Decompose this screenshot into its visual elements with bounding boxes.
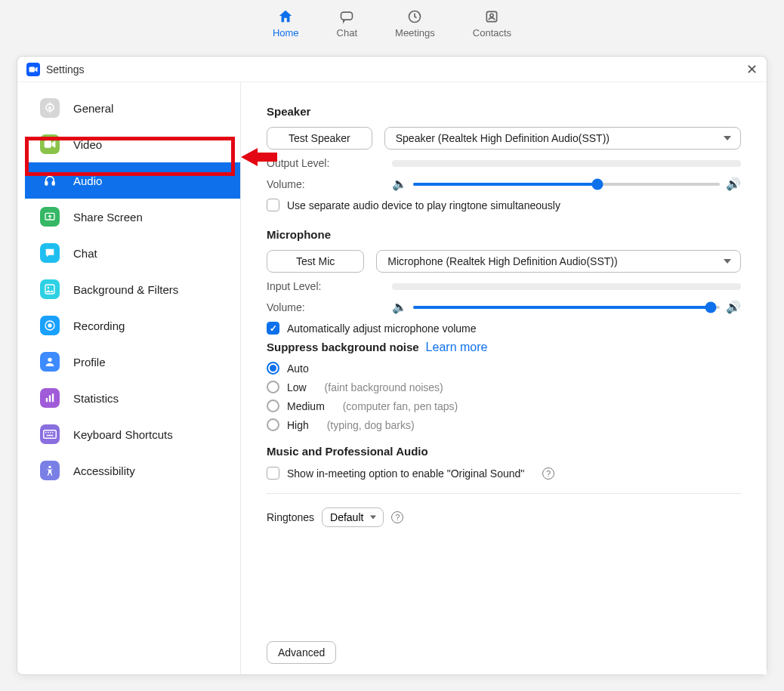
sidebar-item-label: Audio <box>73 174 102 187</box>
svg-rect-6 <box>45 140 51 147</box>
test-mic-button[interactable]: Test Mic <box>267 250 364 273</box>
gear-icon <box>40 98 60 118</box>
help-icon[interactable]: ? <box>542 467 554 480</box>
svg-rect-4 <box>29 66 35 72</box>
nav-meetings[interactable]: Meetings <box>395 8 435 39</box>
svg-rect-19 <box>45 432 47 433</box>
svg-point-3 <box>490 14 493 17</box>
chat-icon <box>338 8 356 26</box>
svg-rect-20 <box>48 432 49 433</box>
sidebar-item-video[interactable]: Video <box>25 126 240 162</box>
sidebar-item-profile[interactable]: Profile <box>25 344 240 380</box>
original-sound-label: Show in-meeting option to enable "Origin… <box>287 467 524 480</box>
radio-label: Auto <box>287 362 309 375</box>
microphone-heading: Microphone <box>267 228 741 241</box>
svg-point-24 <box>48 466 51 468</box>
ringtones-select[interactable]: Default <box>322 507 384 527</box>
svg-rect-16 <box>49 396 51 403</box>
nav-home-label: Home <box>273 27 299 39</box>
input-level-label: Input Level: <box>267 280 380 292</box>
volume-low-icon: 🔈 <box>392 177 407 191</box>
bg-icon <box>40 279 60 299</box>
profile-icon <box>40 352 60 372</box>
sidebar-item-statistics[interactable]: Statistics <box>25 380 240 416</box>
svg-rect-21 <box>50 432 51 433</box>
advanced-button[interactable]: Advanced <box>267 641 336 664</box>
settings-window: Settings ✕ GeneralVideoAudioShare Screen… <box>17 56 767 675</box>
sidebar-item-keyboard-shortcuts[interactable]: Keyboard Shortcuts <box>25 416 240 452</box>
contacts-icon <box>483 8 501 26</box>
kbd-icon <box>40 424 60 444</box>
speaker-volume-slider[interactable] <box>413 183 720 186</box>
sidebar-item-label: Share Screen <box>73 211 143 224</box>
sidebar-item-accessibility[interactable]: Accessibility <box>25 452 240 489</box>
chat-icon <box>40 243 60 263</box>
auto-adjust-checkbox[interactable] <box>267 322 279 335</box>
separate-ringtone-checkbox[interactable] <box>267 199 279 211</box>
rec-icon <box>40 316 60 335</box>
a11y-icon <box>40 461 60 480</box>
suppress-high-radio[interactable] <box>267 418 279 431</box>
sidebar-item-label: Keyboard Shortcuts <box>73 428 173 441</box>
suppress-low-radio[interactable] <box>267 381 279 393</box>
svg-point-11 <box>48 287 50 289</box>
radio-hint: (computer fan, pen taps) <box>343 400 458 412</box>
nav-chat-label: Chat <box>337 27 357 39</box>
speaker-device-select[interactable]: Speaker (Realtek High Definition Audio(S… <box>384 127 741 150</box>
music-heading: Music and Professional Audio <box>267 445 741 458</box>
zoom-logo-icon <box>26 63 40 76</box>
sidebar-item-share-screen[interactable]: Share Screen <box>25 199 240 235</box>
settings-content: Speaker Test Speaker Speaker (Realtek Hi… <box>241 82 767 674</box>
home-icon <box>276 8 295 26</box>
original-sound-checkbox[interactable] <box>267 467 279 480</box>
volume-high-icon: 🔊 <box>726 177 741 191</box>
ringtones-label: Ringtones <box>267 511 314 523</box>
svg-point-5 <box>48 106 51 110</box>
radio-hint: (typing, dog barks) <box>327 419 415 431</box>
settings-sidebar: GeneralVideoAudioShare ScreenChatBackgro… <box>17 82 241 674</box>
sidebar-item-label: General <box>73 102 113 115</box>
sidebar-item-background-filters[interactable]: Background & Filters <box>25 271 240 307</box>
close-button[interactable]: ✕ <box>746 61 758 78</box>
sidebar-item-label: Chat <box>73 247 97 260</box>
window-title: Settings <box>46 63 85 76</box>
radio-label: Medium <box>287 400 325 412</box>
svg-point-13 <box>48 323 51 327</box>
radio-label: High <box>287 419 309 431</box>
radio-label: Low <box>287 381 307 393</box>
auto-adjust-label: Automatically adjust microphone volume <box>287 322 477 335</box>
sidebar-item-audio[interactable]: Audio <box>25 162 240 199</box>
svg-point-14 <box>48 358 51 362</box>
stats-icon <box>40 388 60 408</box>
svg-rect-8 <box>52 181 54 185</box>
mic-device-select[interactable]: Microphone (Realtek High Definition Audi… <box>376 250 741 273</box>
sidebar-item-chat[interactable]: Chat <box>25 235 240 271</box>
share-icon <box>40 207 60 227</box>
separate-ringtone-label: Use separate audio device to play ringto… <box>287 199 560 211</box>
sidebar-item-label: Accessibility <box>73 464 135 477</box>
suppress-medium-radio[interactable] <box>267 399 279 412</box>
sidebar-item-label: Recording <box>73 319 125 332</box>
svg-rect-23 <box>47 435 54 437</box>
svg-rect-7 <box>45 181 48 185</box>
nav-contacts[interactable]: Contacts <box>473 8 511 39</box>
sidebar-item-general[interactable]: General <box>25 90 240 126</box>
output-level-meter <box>392 160 741 167</box>
test-speaker-button[interactable]: Test Speaker <box>267 127 372 150</box>
clock-icon <box>406 8 424 26</box>
sidebar-item-label: Background & Filters <box>73 283 178 296</box>
mic-volume-slider[interactable] <box>413 306 720 309</box>
sidebar-item-recording[interactable]: Recording <box>25 307 240 344</box>
learn-more-link[interactable]: Learn more <box>426 341 488 353</box>
svg-rect-17 <box>52 393 54 402</box>
suppress-heading: Suppress background noise <box>267 341 419 353</box>
input-level-meter <box>392 283 741 290</box>
headphones-icon <box>40 171 60 190</box>
titlebar: Settings ✕ <box>17 57 767 82</box>
nav-contacts-label: Contacts <box>473 27 511 39</box>
help-icon[interactable]: ? <box>391 511 403 523</box>
sidebar-item-label: Video <box>73 138 102 151</box>
nav-home[interactable]: Home <box>273 8 299 39</box>
suppress-auto-radio[interactable] <box>267 362 279 375</box>
nav-chat[interactable]: Chat <box>337 8 357 39</box>
